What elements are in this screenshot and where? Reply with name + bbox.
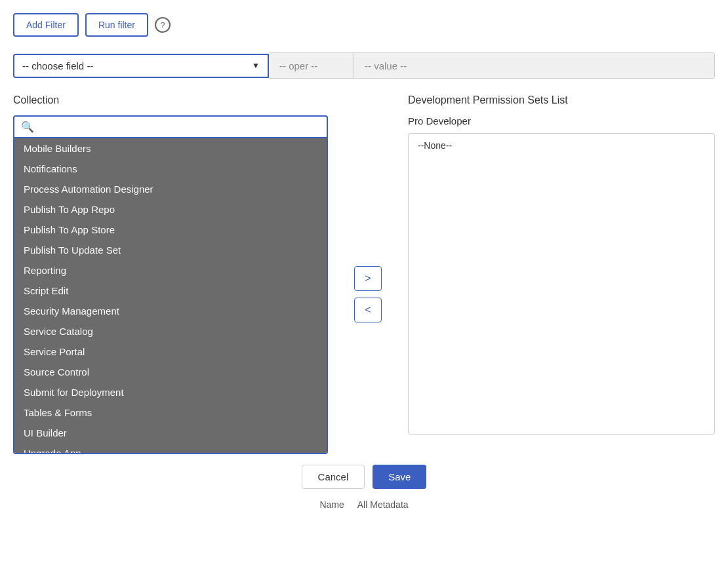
list-item[interactable]: Reporting [14,260,327,281]
list-item[interactable]: UI Builder [14,423,327,443]
choose-field-label: -- choose field -- [22,60,93,71]
search-wrapper: 🔍 [13,115,328,137]
move-right-button[interactable]: > [354,266,382,291]
list-item[interactable]: Mobile Builders [14,138,327,159]
value-label: -- value -- [365,60,407,71]
list-item[interactable]: Tables & Forms [14,402,327,423]
list-item[interactable]: Source Control [14,362,327,382]
oper-label: -- oper -- [279,60,317,71]
search-icon: 🔍 [21,121,34,133]
dropdown-list: Mobile Builders Notifications Process Au… [14,138,327,453]
pro-developer-label: Pro Developer [408,115,715,126]
collection-title: Collection [13,94,328,106]
value-field: -- value -- [354,52,715,79]
footer-name-label: Name [319,499,344,510]
oper-field: -- oper -- [269,52,354,79]
list-item[interactable]: Process Automation Designer [14,179,327,199]
cancel-button[interactable]: Cancel [302,465,365,489]
list-item[interactable]: Upgrade App [14,443,327,453]
list-item[interactable]: Service Catalog [14,321,327,341]
list-item[interactable]: Publish To Update Set [14,240,327,260]
run-filter-button[interactable]: Run filter [85,13,148,37]
chevron-down-icon: ▼ [252,61,260,70]
list-item[interactable]: Publish To App Store [14,220,327,240]
search-input[interactable] [39,122,320,132]
none-value: --None-- [418,140,452,151]
bottom-labels: Name All Metadata [13,499,715,510]
right-panel: Development Permission Sets List Pro Dev… [408,94,715,454]
move-left-button[interactable]: < [354,298,382,322]
save-button[interactable]: Save [373,465,426,489]
list-item[interactable]: Security Management [14,301,327,321]
choose-field-select[interactable]: -- choose field -- ▼ [13,54,269,78]
toolbar: Add Filter Run filter ? [13,13,715,37]
permission-sets-title: Development Permission Sets List [408,94,715,106]
list-item[interactable]: Publish To App Repo [14,199,327,220]
add-filter-button[interactable]: Add Filter [13,13,79,37]
list-item[interactable]: Service Portal [14,341,327,362]
bottom-actions: Cancel Save [13,465,715,489]
permission-sets-box[interactable]: --None-- [408,133,715,435]
footer-meta-label: All Metadata [357,499,409,510]
list-item[interactable]: Submit for Deployment [14,382,327,402]
transfer-buttons: > < [354,94,382,454]
help-icon[interactable]: ? [155,17,171,33]
list-item[interactable]: Notifications [14,159,327,179]
list-container: Mobile Builders Notifications Process Au… [13,137,328,454]
main-content: Collection 🔍 Mobile Builders Notificatio… [13,94,715,454]
left-panel: Collection 🔍 Mobile Builders Notificatio… [13,94,328,454]
list-item[interactable]: Script Edit [14,281,327,301]
filter-row: -- choose field -- ▼ -- oper -- -- value… [13,52,715,79]
